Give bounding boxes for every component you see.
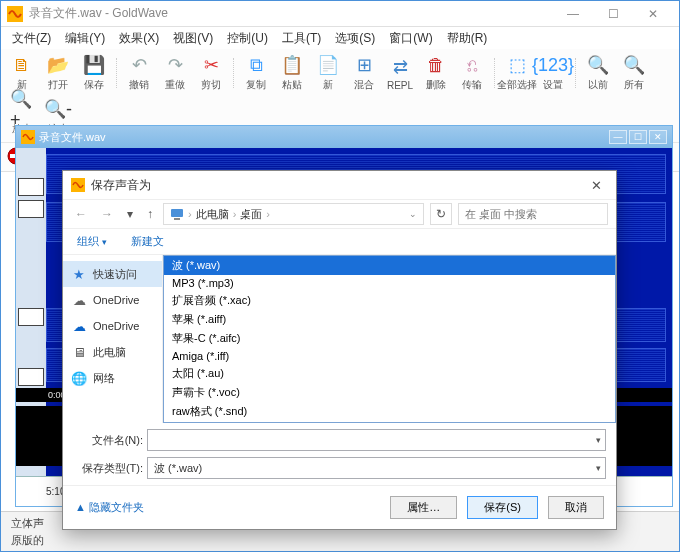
nav-refresh-button[interactable]: ↻ [430, 203, 452, 225]
toolbar-删除[interactable]: 🗑删除 [419, 51, 453, 94]
search-input[interactable]: 在 桌面 中搜索 [458, 203, 608, 225]
sidebar-icon: ★ [71, 266, 87, 282]
toolbar-REPL[interactable]: ⇄REPL [383, 53, 417, 93]
dialog-sidebar: ★快速访问☁OneDrive☁OneDrive🖥此电脑🌐网络 [63, 255, 163, 423]
breadcrumb-sep: › [266, 208, 270, 220]
channel-marker-left[interactable] [18, 178, 44, 196]
filetype-option[interactable]: Amiga (*.iff) [164, 348, 615, 364]
filename-dropdown-icon[interactable]: ▾ [596, 435, 601, 445]
toolbar-icon: 🔍+ [10, 97, 34, 121]
hide-folders-toggle[interactable]: ▲ 隐藏文件夹 [75, 500, 144, 515]
toolbar-所有[interactable]: 🔍所有 [617, 51, 651, 94]
filetype-option[interactable]: 太阳 (*.au) [164, 364, 615, 383]
document-title: 录音文件.wav [39, 130, 106, 145]
toolbar-label: 所有 [624, 78, 644, 92]
window-close-button[interactable]: ✕ [633, 2, 673, 26]
new-folder-button[interactable]: 新建文 [125, 232, 170, 251]
toolbar-粘贴[interactable]: 📋粘贴 [275, 51, 309, 94]
filetype-option[interactable]: 苹果 (*.aiff) [164, 310, 615, 329]
sidebar-icon: ☁ [71, 318, 87, 334]
menu-option[interactable]: 选项(S) [328, 28, 382, 49]
nav-back-button[interactable]: ← [71, 205, 91, 223]
menu-help[interactable]: 帮助(R) [440, 28, 495, 49]
toolbar-icon: 🗑 [424, 53, 448, 77]
app-icon [7, 6, 23, 22]
filetype-option[interactable]: 扩展音频 (*.xac) [164, 291, 615, 310]
filetype-option[interactable]: MP3 (*.mp3) [164, 275, 615, 291]
svg-rect-33 [174, 218, 180, 220]
toolbar-icon: 🔍 [622, 53, 646, 77]
filename-input[interactable]: ▾ [147, 429, 606, 451]
menu-file[interactable]: 文件(Z) [5, 28, 58, 49]
menu-effect[interactable]: 效果(X) [112, 28, 166, 49]
save-button[interactable]: 保存(S) [467, 496, 538, 519]
menu-tool[interactable]: 工具(T) [275, 28, 328, 49]
document-maximize-button[interactable]: ☐ [629, 130, 647, 144]
window-maximize-button[interactable]: ☐ [593, 2, 633, 26]
document-title-bar: 录音文件.wav — ☐ ✕ [16, 126, 672, 148]
dialog-icon [71, 178, 85, 192]
filetype-combo[interactable]: 波 (*.wav) ▾ [147, 457, 606, 479]
document-minimize-button[interactable]: — [609, 130, 627, 144]
toolbar-打开[interactable]: 📂打开 [41, 51, 75, 94]
toolbar-label: 全部选择 [497, 78, 537, 92]
toolbar-icon: {123} [541, 53, 565, 77]
toolbar-icon: ⎌ [460, 53, 484, 77]
toolbar-icon: 📋 [280, 53, 304, 77]
sidebar-item-OneDrive[interactable]: ☁OneDrive [63, 313, 162, 339]
dialog-title: 保存声音为 [91, 177, 584, 194]
toolbar-icon: 🔍- [46, 97, 70, 121]
menu-view[interactable]: 视图(V) [166, 28, 220, 49]
filetype-dropdown-icon[interactable]: ▾ [596, 463, 601, 473]
save-as-dialog: 保存声音为 ✕ ← → ▾ ↑ › 此电脑 › 桌面 › ⌄ ↻ 在 桌面 中搜… [62, 170, 617, 530]
channel-marker-right[interactable] [18, 200, 44, 218]
nav-up-button[interactable]: ↑ [143, 205, 157, 223]
filetype-option[interactable]: 苹果-C (*.aifc) [164, 329, 615, 348]
sidebar-label: OneDrive [93, 320, 139, 332]
toolbar-icon: ⊞ [352, 53, 376, 77]
breadcrumb-pc[interactable]: 此电脑 [196, 207, 229, 222]
sidebar-icon: 🖥 [71, 344, 87, 360]
filetype-option[interactable]: raw格式 (*.snd) [164, 402, 615, 421]
menu-control[interactable]: 控制(U) [220, 28, 275, 49]
toolbar-剪切[interactable]: ✂剪切 [194, 51, 228, 94]
menu-window[interactable]: 窗口(W) [382, 28, 439, 49]
window-minimize-button[interactable]: — [553, 2, 593, 26]
sidebar-item-此电脑[interactable]: 🖥此电脑 [63, 339, 162, 365]
file-list-area: 波 (*.wav)MP3 (*.mp3)扩展音频 (*.xac)苹果 (*.ai… [163, 255, 616, 423]
nav-forward-button[interactable]: → [97, 205, 117, 223]
nav-recent-button[interactable]: ▾ [123, 205, 137, 223]
filetype-option[interactable]: MIDI乐器样本 (*.sds) [164, 421, 615, 423]
toolbar-全部选择[interactable]: ⬚全部选择 [500, 51, 534, 94]
toolbar-复制[interactable]: ⧉复制 [239, 51, 273, 94]
toolbar-撤销[interactable]: ↶撤销 [122, 51, 156, 94]
breadcrumb-desktop[interactable]: 桌面 [240, 207, 262, 222]
toolbar-新[interactable]: 📄新 [311, 51, 345, 94]
breadcrumb-dropdown-icon[interactable]: ⌄ [409, 209, 417, 219]
menu-edit[interactable]: 编辑(Y) [58, 28, 112, 49]
filetype-option[interactable]: 波 (*.wav) [164, 256, 615, 275]
toolbar-混合[interactable]: ⊞混合 [347, 51, 381, 94]
toolbar-icon: ⬚ [505, 53, 529, 77]
sidebar-item-快速访问[interactable]: ★快速访问 [63, 261, 162, 287]
toolbar-重做[interactable]: ↷重做 [158, 51, 192, 94]
filetype-dropdown-list[interactable]: 波 (*.wav)MP3 (*.mp3)扩展音频 (*.xac)苹果 (*.ai… [163, 255, 616, 423]
sidebar-item-网络[interactable]: 🌐网络 [63, 365, 162, 391]
toolbar-传输[interactable]: ⎌传输 [455, 51, 489, 94]
cancel-button[interactable]: 取消 [548, 496, 604, 519]
toolbar-label: 复制 [246, 78, 266, 92]
channel-marker-left-lower[interactable] [18, 308, 44, 326]
sidebar-icon: ☁ [71, 292, 87, 308]
attributes-button[interactable]: 属性… [390, 496, 457, 519]
sidebar-item-OneDrive[interactable]: ☁OneDrive [63, 287, 162, 313]
filetype-option[interactable]: 声霸卡 (*.voc) [164, 383, 615, 402]
toolbar-icon: ⇄ [388, 55, 412, 79]
toolbar-保存[interactable]: 💾保存 [77, 51, 111, 94]
organize-menu[interactable]: 组织 [71, 232, 113, 251]
breadcrumb[interactable]: › 此电脑 › 桌面 › ⌄ [163, 203, 424, 225]
channel-marker-right-lower[interactable] [18, 368, 44, 386]
toolbar-以前[interactable]: 🔍以前 [581, 51, 615, 94]
toolbar-设置[interactable]: {123}设置 [536, 51, 570, 94]
document-close-button[interactable]: ✕ [649, 130, 667, 144]
dialog-close-button[interactable]: ✕ [584, 175, 608, 195]
